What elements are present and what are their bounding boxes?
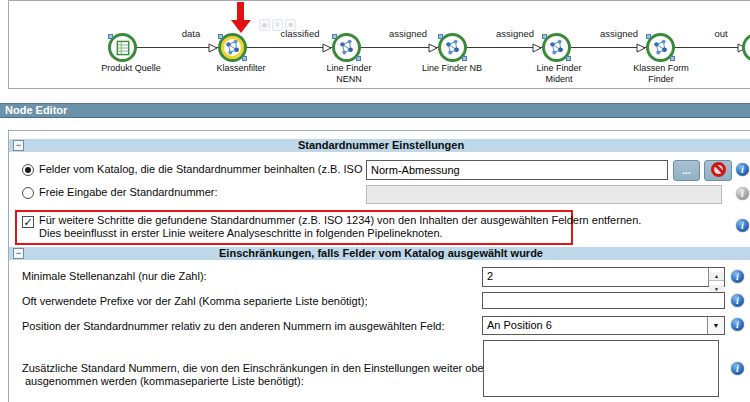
node-klassenfilter[interactable] [218,33,247,62]
radio-selected-dot [25,167,31,173]
no-entry-icon [711,162,726,177]
node-line-finder-nenn[interactable] [332,33,361,62]
radio-label-felder-vom-katalog[interactable]: Felder vom Katalog, die die Standardnumm… [39,163,394,176]
info-icon[interactable]: i [731,362,744,375]
checkbox-label-block[interactable]: Für weitere Schritte die gefundene Stand… [39,214,569,240]
label-zusaetzliche-line1: Zusätzliche Standard Nummern, die von de… [22,362,490,375]
app-window: data classified assigned assigned assign… [0,0,750,402]
node-badge [438,34,443,39]
info-icon[interactable]: i [731,318,744,331]
label-prefixe: Oft verwendete Prefixe vor der Zahl (Kom… [22,295,367,308]
node-badge [670,56,675,61]
radio-freie-eingabe[interactable] [22,187,34,199]
ghost-cancel-icon[interactable]: ✕ [272,19,283,31]
ghost-run-icon[interactable]: ◉ [259,19,270,31]
red-arrow-annotation [237,2,244,21]
node-line-finder-mident[interactable] [542,33,571,62]
node-label: Line Finder Mident [531,63,587,84]
label-position: Position der Standardnummer relativ zu d… [22,320,445,333]
standardnummer-field-input[interactable] [366,160,668,180]
node-badge [356,56,361,61]
node-hover-toolbar: ◉✕■ [259,17,298,31]
clear-selection-button[interactable] [704,160,732,181]
min-digits-spinner[interactable]: 2 ▲ ▼ [482,267,725,287]
workflow-canvas[interactable]: data classified assigned assigned assign… [8,0,750,89]
position-dropdown[interactable]: An Position 6 ▼ [482,316,725,335]
edge-label: out [679,28,750,39]
dropdown-selected-value: An Position 6 [483,317,552,331]
node-label: Klassen Form Finder [629,63,693,84]
node-badge [242,56,247,61]
info-icon[interactable]: i [731,294,744,307]
ghost-stop-icon[interactable]: ■ [285,19,296,31]
spinner-up-icon[interactable]: ▲ [709,272,724,281]
node-badge [542,34,547,39]
node-klassen-form-finder[interactable] [646,33,675,62]
browse-fields-button[interactable]: ... [673,160,700,181]
node-badge [646,34,651,39]
node-line-finder-nb[interactable] [438,33,467,62]
input-port-icon [208,43,218,53]
network-icon [223,38,242,57]
spinner-buttons: ▲ ▼ [708,268,724,286]
label-minimale-stellenanzahl: Minimale Stellenanzahl (nur die Zahl): [22,270,207,283]
network-icon [651,38,670,57]
info-icon[interactable]: i [736,219,749,232]
section-header-einschraenkungen: Einschränkungen, falls Felder vom Katalo… [9,247,750,260]
node-badge [566,56,571,61]
table-source-icon [116,40,130,56]
input-port-icon [428,43,438,53]
checkbox-label-line2: Dies beeinflusst in erster Linie weitere… [39,227,569,240]
node-editor-title: Node Editor [5,104,67,116]
node-editor-titlebar: Node Editor [0,103,750,118]
section-title: Standardnummer Einstellungen [9,139,750,152]
network-icon [337,38,356,57]
spinner-value: 2 [483,268,493,282]
checkbox-label-line1: Für weitere Schritte die gefundene Stand… [39,214,569,227]
node-label: Line Finder NENN [321,63,377,84]
network-icon [547,38,566,57]
section-title: Einschränkungen, falls Felder vom Katalo… [9,247,750,260]
info-icon[interactable]: i [731,270,744,283]
node-label: Line Finder NB [407,63,497,74]
node-produkt-quelle[interactable] [108,33,137,62]
section-header-standardnummer: Standardnummer Einstellungen [9,139,750,152]
info-icon[interactable]: i [736,163,749,176]
checkbox-standardnummer-entfernen[interactable]: ✓ [22,216,34,228]
collapse-button[interactable]: − [13,140,24,151]
prefixe-field-input[interactable] [482,292,725,309]
radio-label-freie-eingabe[interactable]: Freie Eingabe der Standardnummer: [39,186,218,199]
check-icon: ✓ [23,216,32,228]
label-zusaetzliche-line2: ausgenommen werden (kommaseparierte List… [25,375,304,388]
node-label: Produkt Quelle [91,63,171,74]
node-badge [332,34,337,39]
chevron-down-icon[interactable]: ▼ [707,317,724,334]
collapse-button[interactable]: − [13,248,24,259]
node-badge [108,34,113,39]
input-port-icon [322,43,332,53]
freie-eingabe-field-input [366,185,722,204]
input-port-icon [636,43,646,53]
node-badge [462,56,467,61]
info-icon-disabled: i [736,187,749,200]
radio-felder-vom-katalog[interactable] [22,164,34,176]
network-icon [443,38,462,57]
red-arrow-head [231,20,251,33]
input-port-icon [532,43,542,53]
extra-numbers-textarea[interactable] [483,340,719,397]
node-badge [218,34,223,39]
node-label: Klassenfilter [201,63,281,74]
